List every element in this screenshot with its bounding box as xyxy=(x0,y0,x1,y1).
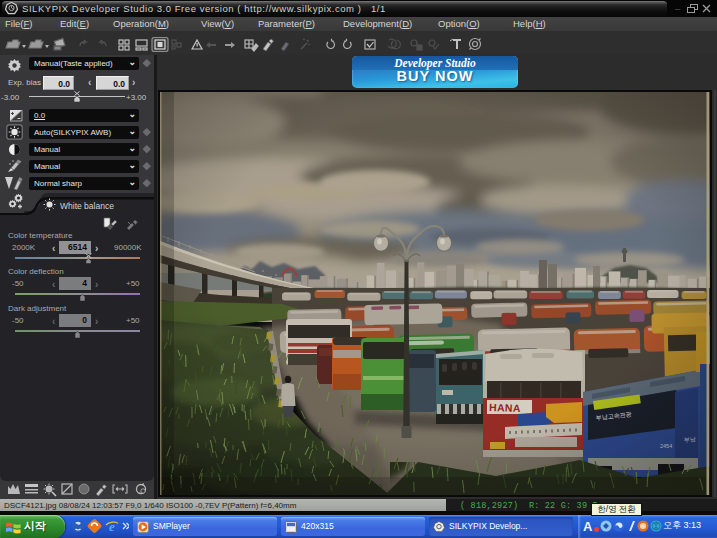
svg-text:A: A xyxy=(583,519,593,534)
svg-text:e: e xyxy=(109,519,115,534)
